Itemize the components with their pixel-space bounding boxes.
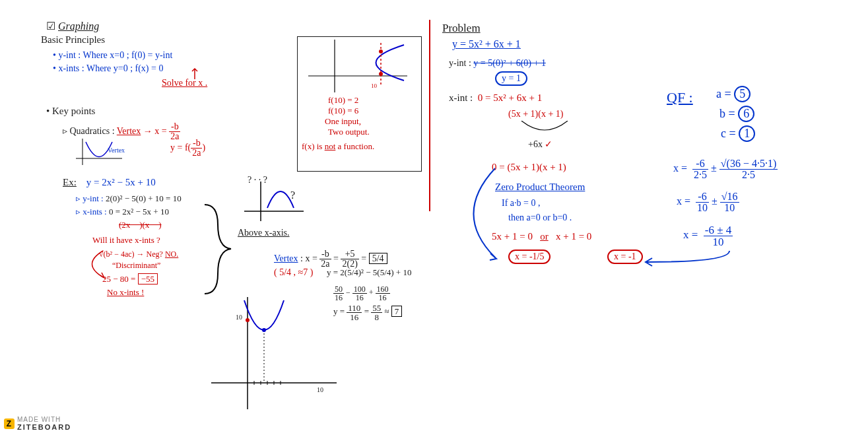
- brace-icon: [201, 201, 234, 297]
- vertex-y1: y = 2(5/4)² − 5(5/4) + 10: [327, 267, 411, 278]
- vertex-word: Vertex: [117, 126, 141, 136]
- example-row: Ex: y = 2x² − 5x + 10: [63, 177, 156, 188]
- arc-arrow-icon: [449, 165, 508, 264]
- checkbox-icon: ☑: [46, 20, 55, 32]
- qf-c: c = 1: [721, 125, 755, 142]
- problem-eq: y = 5x² + 6x + 1: [452, 38, 521, 50]
- vertex-comp: Vertex : x = -b2a = +52(2) = 5/4: [274, 250, 387, 269]
- question-curve: ?: [290, 189, 295, 201]
- qf-step3: x = -6 ± 410: [683, 224, 733, 248]
- problem-title: Problem: [442, 22, 481, 35]
- vertex-y3: y = 11016 = 558 ≈ 7: [333, 304, 402, 321]
- discriminant-1: √(b² − 4ac) → Neg? NO.: [99, 250, 178, 259]
- r-ans1: x = -1/5: [508, 250, 551, 264]
- r-xint: x-int : 0 = 5x² + 6x + 1: [449, 92, 542, 104]
- r-ans2: x = -1: [607, 250, 643, 264]
- svg-point-17: [379, 50, 383, 53]
- r-midcheck: +6x ✓: [528, 139, 552, 150]
- r-zpt: Zero Product Theorem: [495, 182, 585, 193]
- nonfunction-box: f(10) = 2 f(10) = 6 One input, Two outpu…: [297, 36, 422, 172]
- watermark: Z MADE WITH ZITEBOARD: [4, 416, 71, 431]
- keypoints: • Key points: [46, 106, 95, 117]
- vertex-sketch-label: Vertex: [108, 147, 125, 154]
- ex-yint: ▹ y-int : 2(0)² − 5(0) + 10 = 10: [76, 193, 182, 204]
- xint-line: • x-ints : Where y=0 ; f(x) = 0: [53, 63, 163, 74]
- q-xints: Will it have x-ints ?: [92, 235, 160, 246]
- qf-step1: x = -62·5 ± √(36 − 4·5·1)2·5: [673, 158, 778, 180]
- qf-b: b = 6: [719, 106, 754, 122]
- nf-f2: f(10) = 6: [328, 106, 417, 116]
- yint-line: • y-int : Where x=0 ; f(0) = y-int: [53, 50, 172, 61]
- axis-label-10b: 10: [317, 386, 323, 393]
- loop-arrow-icon: [84, 248, 111, 281]
- vform2: y = f(-b2a): [170, 139, 205, 158]
- svg-point-18: [379, 72, 383, 76]
- thinking-sketch-icon: [244, 182, 304, 221]
- qf-label: QF :: [667, 89, 693, 106]
- title-row: ☑ Graphing: [46, 20, 99, 32]
- watermark-brand: ZITEBOARD: [17, 423, 71, 431]
- svg-point-13: [262, 328, 266, 332]
- ziteboard-logo-icon: Z: [4, 418, 15, 429]
- nf-f1: f(10) = 2: [328, 95, 417, 106]
- title: Graphing: [58, 20, 99, 32]
- r-yint: y-int : y = 5(0)² + 6(0) + 1: [449, 58, 546, 69]
- qf-a: a = 5: [716, 86, 751, 102]
- r-zpt2: then a=0 or b=0 .: [508, 213, 572, 223]
- svg-point-12: [246, 318, 250, 322]
- ex-label: Ex:: [63, 177, 77, 187]
- ex-factor-struck: (2x − )(x − ): [119, 220, 161, 230]
- vertex-y2: 5016 − 10016 + 16016: [333, 285, 390, 302]
- axis-label-10a: 10: [236, 314, 242, 321]
- discriminant-2: “Discriminant”: [112, 261, 160, 271]
- question-marks: ? · · ?: [248, 175, 267, 185]
- r-yint-ans: y = 1: [495, 71, 527, 86]
- arrow-up-icon: [188, 66, 201, 81]
- above-xaxis: Above x-axis.: [238, 228, 290, 238]
- vertical-divider: [429, 20, 430, 211]
- watermark-made: MADE WITH: [17, 416, 61, 423]
- sideways-parabola-icon: [302, 40, 414, 92]
- no-xints: No x-ints !: [107, 287, 144, 298]
- nf-ten: 10: [371, 83, 377, 89]
- subtitle: Basic Principles: [41, 34, 105, 46]
- r-fac: (5x + 1)(x + 1): [508, 109, 563, 119]
- ex-xints: ▹ x-ints : 0 = 2x² − 5x + 10: [76, 207, 169, 217]
- nf-o2: Two output.: [328, 127, 417, 137]
- return-arrow-icon: [640, 248, 733, 267]
- qf-step2: x = -610 ± √1610: [677, 191, 739, 213]
- quad-label: ▹ Quadratics :: [63, 126, 115, 136]
- vertex-point: ( 5/4 , ≈7 ): [274, 267, 313, 278]
- ex-eq: y = 2x² − 5x + 10: [86, 177, 156, 187]
- nf-o1: One input,: [325, 116, 417, 127]
- vform-arrow: → x =: [143, 126, 169, 136]
- nf-nf: f(x) is not a function.: [302, 141, 417, 152]
- foil-arc-icon: [515, 121, 574, 141]
